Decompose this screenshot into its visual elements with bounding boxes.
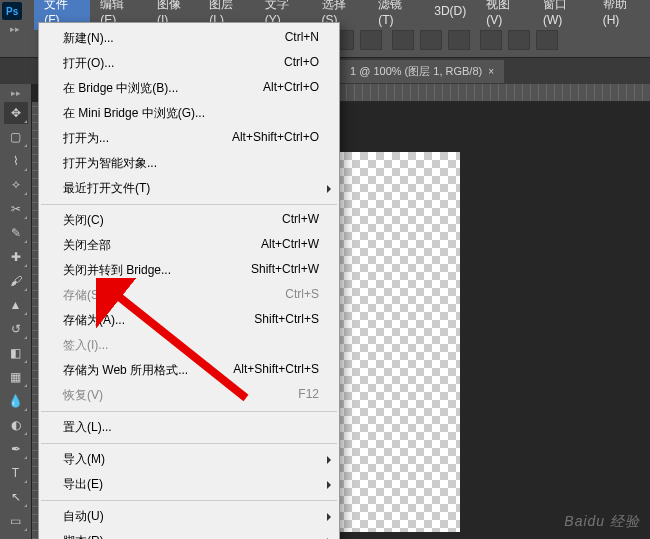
menu-view[interactable]: 视图(V) [476, 0, 533, 30]
menu-save: 存储(S)Ctrl+S [39, 283, 339, 308]
separator [41, 204, 337, 205]
menu-close-bridge[interactable]: 关闭并转到 Bridge...Shift+Ctrl+W [39, 258, 339, 283]
menubar: Ps 文件(F) 编辑(E) 图像(I) 图层(L) 文字(Y) 选择(S) 滤… [0, 0, 650, 22]
file-menu-dropdown: 新建(N)...Ctrl+N 打开(O)...Ctrl+O 在 Bridge 中… [38, 22, 340, 539]
menu-close[interactable]: 关闭(C)Ctrl+W [39, 208, 339, 233]
align-icon[interactable] [360, 30, 382, 50]
shape-tool-icon[interactable]: ▭ [4, 510, 28, 532]
menu-place[interactable]: 置入(L)... [39, 415, 339, 440]
arrange-icon[interactable] [508, 30, 530, 50]
menu-recent[interactable]: 最近打开文件(T) [39, 176, 339, 201]
menu-open-smart[interactable]: 打开为智能对象... [39, 151, 339, 176]
menu-open-as[interactable]: 打开为...Alt+Shift+Ctrl+O [39, 126, 339, 151]
distribute-icons [392, 30, 470, 50]
menu-import[interactable]: 导入(M) [39, 447, 339, 472]
menu-save-as[interactable]: 存储为(A)...Shift+Ctrl+S [39, 308, 339, 333]
menu-scripts[interactable]: 脚本(R) [39, 529, 339, 539]
path-tool-icon[interactable]: ↖ [4, 486, 28, 508]
tab-title: 1 @ 100% (图层 1, RGB/8) [350, 64, 482, 79]
menu-browse-bridge[interactable]: 在 Bridge 中浏览(B)...Alt+Ctrl+O [39, 76, 339, 101]
arrange-icon[interactable] [536, 30, 558, 50]
history-brush-tool-icon[interactable]: ↺ [4, 318, 28, 340]
crop-tool-icon[interactable]: ✂ [4, 198, 28, 220]
gradient-tool-icon[interactable]: ▦ [4, 366, 28, 388]
dodge-tool-icon[interactable]: ◐ [4, 414, 28, 436]
tab-close-icon[interactable]: × [488, 66, 494, 77]
separator [41, 500, 337, 501]
marquee-tool-icon[interactable]: ▢ [4, 126, 28, 148]
menu-3d[interactable]: 3D(D) [424, 1, 476, 21]
menu-automate[interactable]: 自动(U) [39, 504, 339, 529]
lasso-tool-icon[interactable]: ⌇ [4, 150, 28, 172]
distribute-icon[interactable] [420, 30, 442, 50]
document-tab[interactable]: 1 @ 100% (图层 1, RGB/8) × [340, 60, 504, 83]
heal-tool-icon[interactable]: ✚ [4, 246, 28, 268]
eraser-tool-icon[interactable]: ◧ [4, 342, 28, 364]
menu-checkin: 签入(I)... [39, 333, 339, 358]
toolbox: ▸▸ ✥ ▢ ⌇ ✧ ✂ ✎ ✚ 🖌 ▲ ↺ ◧ ▦ 💧 ◐ ✒ T ↖ ▭ [0, 84, 32, 539]
menu-open[interactable]: 打开(O)...Ctrl+O [39, 51, 339, 76]
stamp-tool-icon[interactable]: ▲ [4, 294, 28, 316]
menu-filter[interactable]: 滤镜(T) [368, 0, 424, 30]
pen-tool-icon[interactable]: ✒ [4, 438, 28, 460]
arrange-icon[interactable] [480, 30, 502, 50]
type-tool-icon[interactable]: T [4, 462, 28, 484]
menu-browse-minibridge[interactable]: 在 Mini Bridge 中浏览(G)... [39, 101, 339, 126]
eyedropper-tool-icon[interactable]: ✎ [4, 222, 28, 244]
menu-help[interactable]: 帮助(H) [593, 0, 650, 30]
blur-tool-icon[interactable]: 💧 [4, 390, 28, 412]
collapse-toggle[interactable]: ▸▸ [10, 24, 20, 36]
menu-close-all[interactable]: 关闭全部Alt+Ctrl+W [39, 233, 339, 258]
distribute-icon[interactable] [392, 30, 414, 50]
menu-window[interactable]: 窗口(W) [533, 0, 593, 30]
distribute-icon[interactable] [448, 30, 470, 50]
brush-tool-icon[interactable]: 🖌 [4, 270, 28, 292]
watermark: Baidu 经验 [564, 513, 640, 531]
ps-logo: Ps [2, 2, 22, 20]
menu-revert: 恢复(V)F12 [39, 383, 339, 408]
toolbox-collapse[interactable]: ▸▸ [11, 88, 21, 100]
wand-tool-icon[interactable]: ✧ [4, 174, 28, 196]
menu-save-web[interactable]: 存储为 Web 所用格式...Alt+Shift+Ctrl+S [39, 358, 339, 383]
arrange-icons [480, 30, 558, 50]
separator [41, 443, 337, 444]
separator [41, 411, 337, 412]
menu-new[interactable]: 新建(N)...Ctrl+N [39, 26, 339, 51]
move-tool-icon[interactable]: ✥ [4, 102, 28, 124]
menu-export[interactable]: 导出(E) [39, 472, 339, 497]
